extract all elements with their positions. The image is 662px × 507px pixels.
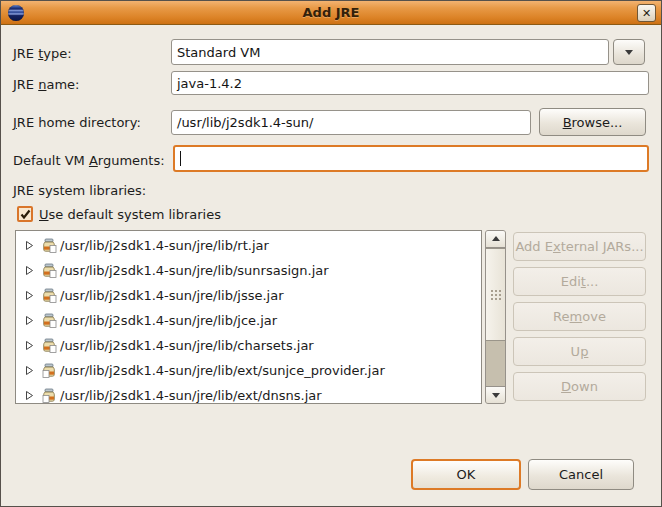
jar-icon [42,238,57,253]
down-button[interactable]: Down [513,372,646,401]
library-row[interactable]: /usr/lib/j2sdk1.4-sun/jre/lib/sunrsasign… [16,258,481,283]
expander-icon[interactable] [25,240,34,251]
scroll-up-button[interactable] [486,231,505,248]
browse-button[interactable]: Browse... [539,108,646,136]
add-external-jars-button[interactable]: Add External JARs... [513,232,646,261]
up-button[interactable]: Up [513,337,646,366]
remove-button[interactable]: Remove [513,302,646,331]
text-caret [180,151,181,166]
expander-icon[interactable] [25,390,34,401]
library-row[interactable]: /usr/lib/j2sdk1.4-sun/jre/lib/rt.jar [16,233,481,258]
edit-button[interactable]: Edit... [513,267,646,296]
use-default-checkbox[interactable] [17,206,33,222]
expander-icon[interactable] [25,365,34,376]
scrollbar-grip [490,289,502,301]
library-row[interactable]: /usr/lib/j2sdk1.4-sun/jre/lib/jsse.jar [16,283,481,308]
expander-icon[interactable] [25,340,34,351]
use-default-label[interactable]: Use default system libraries [39,207,221,222]
vm-args-label: Default VM Arguments: [13,153,165,168]
library-path: /usr/lib/j2sdk1.4-sun/jre/lib/jsse.jar [60,288,284,303]
scroll-down-button[interactable] [486,386,505,403]
jar-icon [42,338,57,353]
ok-label: OK [457,467,476,482]
jre-home-label: JRE home directory: [13,115,141,130]
jre-home-input[interactable]: /usr/lib/j2sdk1.4-sun/ [171,110,531,135]
expander-icon[interactable] [25,290,34,301]
library-path: /usr/lib/j2sdk1.4-sun/jre/lib/jce.jar [60,313,277,328]
chevron-down-icon [625,50,633,59]
jre-home-value: /usr/lib/j2sdk1.4-sun/ [177,115,313,130]
cancel-label: Cancel [559,467,603,482]
jar-icon [42,288,57,303]
library-row[interactable]: /usr/lib/j2sdk1.4-sun/jre/lib/jce.jar [16,308,481,333]
library-path: /usr/lib/j2sdk1.4-sun/jre/lib/rt.jar [60,238,269,253]
library-row[interactable]: /usr/lib/j2sdk1.4-sun/jre/lib/ext/dnsns.… [16,383,481,404]
checkmark-icon [20,209,31,220]
expander-icon[interactable] [25,315,34,326]
ok-button[interactable]: OK [411,459,521,490]
jre-name-value: java-1.4.2 [177,76,242,91]
expander-icon[interactable] [25,265,34,276]
libraries-label: JRE system libraries: [13,183,146,198]
library-list[interactable]: /usr/lib/j2sdk1.4-sun/jre/lib/rt.jar /us… [15,230,482,404]
jre-name-input[interactable]: java-1.4.2 [171,71,649,95]
library-path: /usr/lib/j2sdk1.4-sun/jre/lib/ext/sunjce… [60,363,385,378]
jre-type-label: JRE type: [13,46,72,61]
jar-icon [42,388,57,403]
jre-type-value: Standard VM [177,45,260,60]
close-icon: ✕ [642,8,651,19]
library-row[interactable]: /usr/lib/j2sdk1.4-sun/jre/lib/charsets.j… [16,333,481,358]
jre-type-combo[interactable]: Standard VM [171,39,609,65]
vm-args-input[interactable] [173,145,649,172]
titlebar[interactable]: Add JRE ✕ [1,1,661,25]
scrollbar-thumb[interactable] [486,248,505,341]
jre-name-label: JRE name: [13,77,79,92]
jar-icon [42,313,57,328]
cancel-button[interactable]: Cancel [528,459,634,490]
library-path: /usr/lib/j2sdk1.4-sun/jre/lib/charsets.j… [60,338,314,353]
library-list-scrollbar[interactable] [485,230,506,404]
add-jre-dialog: Add JRE ✕ JRE type: Standard VM JRE name… [0,0,662,507]
triangle-up-icon [492,232,500,241]
jar-icon [42,363,57,378]
library-path: /usr/lib/j2sdk1.4-sun/jre/lib/ext/dnsns.… [60,388,322,403]
jre-type-combo-arrow[interactable] [613,39,645,65]
dialog-title: Add JRE [1,5,661,20]
library-row[interactable]: /usr/lib/j2sdk1.4-sun/jre/lib/ext/sunjce… [16,358,481,383]
jar-icon [42,263,57,278]
triangle-down-icon [492,393,500,402]
close-button[interactable]: ✕ [637,4,656,22]
library-path: /usr/lib/j2sdk1.4-sun/jre/lib/sunrsasign… [60,263,329,278]
